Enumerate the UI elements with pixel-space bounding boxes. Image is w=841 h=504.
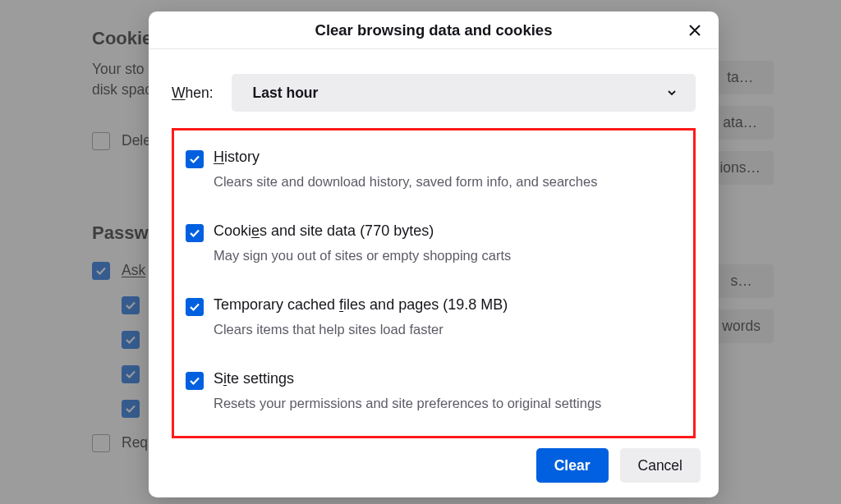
when-value: Last hour bbox=[253, 85, 319, 102]
option-site-settings: Site settings Resets your permissions an… bbox=[186, 365, 682, 416]
clear-button[interactable]: Clear bbox=[536, 448, 609, 483]
option-cookies-label: Cookies and site data (770 bytes) bbox=[214, 222, 511, 240]
option-history-checkbox[interactable] bbox=[186, 150, 204, 168]
option-cache-checkbox[interactable] bbox=[186, 298, 204, 316]
option-history: History Clears site and download history… bbox=[186, 144, 682, 218]
option-cookies-checkbox[interactable] bbox=[186, 224, 204, 242]
options-highlight-box: History Clears site and download history… bbox=[172, 128, 696, 438]
close-icon bbox=[688, 24, 701, 37]
option-site-settings-checkbox[interactable] bbox=[186, 372, 204, 390]
option-cookies: Cookies and site data (770 bytes) May si… bbox=[186, 218, 682, 291]
when-select[interactable]: Last hour bbox=[232, 74, 696, 112]
dialog-body: When: Last hour History Clears site and … bbox=[149, 49, 719, 438]
close-button[interactable] bbox=[682, 18, 707, 43]
dialog-footer: Clear Cancel bbox=[149, 438, 719, 497]
chevron-down-icon bbox=[666, 87, 678, 99]
option-cookies-desc: May sign you out of sites or empty shopp… bbox=[214, 248, 511, 263]
option-cache-desc: Clears items that help sites load faster bbox=[214, 322, 508, 337]
when-row: When: Last hour bbox=[172, 74, 696, 112]
clear-data-dialog: Clear browsing data and cookies When: La… bbox=[149, 11, 719, 497]
option-site-settings-label: Site settings bbox=[214, 370, 601, 387]
option-site-settings-desc: Resets your permissions and site prefere… bbox=[214, 396, 601, 411]
option-cache-label: Temporary cached files and pages (19.8 M… bbox=[214, 296, 508, 314]
option-cache: Temporary cached files and pages (19.8 M… bbox=[186, 291, 682, 365]
option-history-label: History bbox=[214, 149, 597, 166]
dialog-header: Clear browsing data and cookies bbox=[149, 11, 719, 49]
dialog-title: Clear browsing data and cookies bbox=[315, 21, 553, 39]
when-label: When: bbox=[172, 85, 214, 102]
cancel-button[interactable]: Cancel bbox=[620, 448, 701, 483]
option-history-desc: Clears site and download history, saved … bbox=[214, 174, 597, 190]
